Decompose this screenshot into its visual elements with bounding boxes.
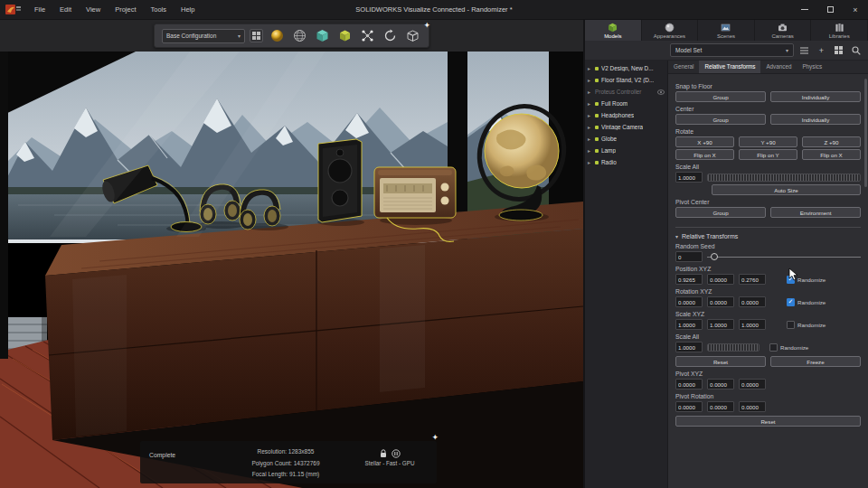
menu-project[interactable]: Project	[108, 0, 143, 20]
rotation-z-input[interactable]	[739, 296, 766, 307]
lock-icon[interactable]	[380, 449, 387, 458]
chevron-right-icon[interactable]: ▸	[588, 159, 592, 165]
snap-individually-button[interactable]: Individually	[770, 91, 861, 102]
flip-y-button[interactable]: Flip on Y	[739, 149, 797, 160]
menu-tools[interactable]: Tools	[144, 0, 175, 20]
flip-x-button[interactable]: Flip on X	[675, 149, 734, 160]
rotation-x-input[interactable]	[675, 296, 703, 307]
visibility-eye-icon[interactable]	[657, 89, 665, 95]
position-randomize-checkbox[interactable]: ✓	[787, 276, 795, 284]
properties-scroll-area[interactable]: Snap to Floor Group Individually Center …	[668, 74, 868, 488]
configuration-grid-icon[interactable]	[250, 29, 263, 42]
model-cube-icon[interactable]	[313, 27, 331, 45]
chevron-right-icon[interactable]: ▸	[588, 112, 592, 118]
snap-group-button[interactable]: Group	[675, 91, 766, 102]
menu-help[interactable]: Help	[174, 0, 202, 20]
menu-file[interactable]: File	[27, 0, 52, 20]
tree-item-proteus-controller[interactable]: ▸Proteus Controller	[585, 86, 667, 98]
center-individually-button[interactable]: Individually	[770, 114, 861, 125]
pivot-group-button[interactable]: Group	[675, 207, 766, 218]
pivot-environment-button[interactable]: Environment	[770, 207, 861, 218]
rt-scale-all-input[interactable]	[675, 342, 703, 352]
tree-item-v2-design[interactable]: ▸V2 Design, New D...	[585, 62, 667, 74]
slider-handle[interactable]	[711, 253, 718, 260]
scale-all-input[interactable]	[675, 172, 703, 183]
scale-y-input[interactable]	[707, 319, 734, 330]
environment-sphere-icon[interactable]	[290, 27, 308, 45]
scale-all-slider[interactable]	[707, 174, 861, 182]
search-icon[interactable]	[849, 43, 863, 57]
auto-size-button[interactable]: Auto Size	[712, 184, 861, 195]
grid-view-icon[interactable]	[832, 43, 845, 57]
render-package-icon[interactable]	[403, 27, 421, 45]
subtab-advanced[interactable]: Advanced	[760, 61, 797, 73]
rotation-y-input[interactable]	[707, 296, 734, 307]
pivot-y-input[interactable]	[707, 379, 734, 389]
minimize-button[interactable]	[792, 0, 817, 20]
subtab-general[interactable]: General	[668, 61, 699, 73]
tab-models[interactable]: Models	[585, 20, 642, 41]
subtab-relative-transforms[interactable]: Relative Transforms	[699, 61, 760, 73]
rt-reset-button[interactable]: Reset	[675, 356, 766, 367]
tab-scenes[interactable]: Scenes	[698, 20, 755, 41]
rotation-randomize-checkbox[interactable]: ✓	[787, 298, 795, 306]
tree-item-vintage-camera[interactable]: ▸Vintage Camera	[585, 121, 667, 133]
appearance-cube-icon[interactable]	[335, 27, 354, 45]
tree-item-floor-stand[interactable]: ▸Floor Stand, V2 (D...	[585, 74, 667, 86]
structure-molecule-icon[interactable]	[358, 27, 376, 45]
viewport-3d[interactable]: Complete Resolution: 1283x855 Polygon Co…	[0, 52, 583, 488]
turntable-rotate-icon[interactable]	[381, 27, 399, 45]
pivot-rot-x-input[interactable]	[675, 401, 703, 412]
pivot-rot-y-input[interactable]	[707, 401, 734, 412]
chevron-right-icon[interactable]: ▸	[588, 124, 592, 130]
pivot-x-input[interactable]	[675, 379, 703, 389]
viewport-3d-scene[interactable]	[0, 52, 583, 488]
scale-xyz-randomize-checkbox[interactable]	[787, 321, 795, 329]
rotate-y90-button[interactable]: Y +90	[739, 136, 797, 147]
tree-item-globe[interactable]: ▸Globe	[585, 133, 667, 145]
chevron-right-icon[interactable]: ▸	[588, 77, 592, 83]
maximize-button[interactable]	[817, 0, 843, 20]
tab-appearances[interactable]: Appearances	[642, 20, 699, 41]
tree-item-radio[interactable]: ▸Radio	[585, 156, 667, 168]
tree-item-headphones[interactable]: ▸Headphones	[585, 109, 667, 121]
relative-transforms-header[interactable]: ▾ Relative Transforms	[675, 227, 861, 239]
random-seed-input[interactable]	[675, 251, 703, 262]
position-y-input[interactable]	[707, 274, 734, 285]
rt-freeze-button[interactable]: Freeze	[770, 356, 861, 367]
chevron-right-icon[interactable]: ▸	[588, 147, 592, 154]
list-icon[interactable]	[797, 43, 811, 57]
scrollbar[interactable]	[864, 79, 867, 187]
model-speaker[interactable]	[318, 139, 362, 222]
scale-all-randomize-checkbox[interactable]	[769, 343, 778, 352]
add-icon[interactable]: +	[815, 43, 828, 57]
chevron-right-icon[interactable]: ▸	[588, 65, 592, 71]
pivot-reset-button[interactable]: Reset	[675, 416, 861, 427]
configuration-dropdown[interactable]: Base Configuration ▾	[162, 29, 245, 43]
scale-z-input[interactable]	[739, 319, 766, 330]
flip-z-button[interactable]: Flip on X	[802, 149, 861, 160]
tab-libraries[interactable]: Libraries	[811, 20, 868, 41]
rt-scale-all-slider[interactable]	[707, 343, 760, 352]
center-group-button[interactable]: Group	[675, 114, 766, 125]
position-x-input[interactable]	[675, 274, 703, 285]
rotate-z90-button[interactable]: Z +90	[802, 136, 861, 147]
menu-edit[interactable]: Edit	[52, 0, 79, 20]
subtab-physics[interactable]: Physics	[797, 61, 827, 73]
tab-cameras[interactable]: Cameras	[755, 20, 812, 41]
pivot-rot-z-input[interactable]	[739, 401, 766, 412]
position-z-input[interactable]	[739, 274, 766, 285]
tree-item-full-room[interactable]: ▸Full Room	[585, 98, 667, 109]
pivot-z-input[interactable]	[739, 379, 766, 389]
rotate-x90-button[interactable]: X +90	[675, 136, 734, 147]
material-sphere-icon[interactable]	[268, 27, 286, 45]
random-seed-slider[interactable]	[707, 251, 861, 262]
chevron-right-icon[interactable]: ▸	[588, 89, 592, 95]
chevron-right-icon[interactable]: ▸	[588, 100, 592, 107]
tree-item-lamp[interactable]: ▸Lamp	[585, 145, 667, 156]
close-button[interactable]: ×	[843, 0, 868, 20]
chevron-right-icon[interactable]: ▸	[588, 136, 592, 142]
pause-render-icon[interactable]	[392, 449, 401, 458]
scale-x-input[interactable]	[675, 319, 703, 330]
model-set-dropdown[interactable]: Model Set ▾	[670, 43, 794, 57]
